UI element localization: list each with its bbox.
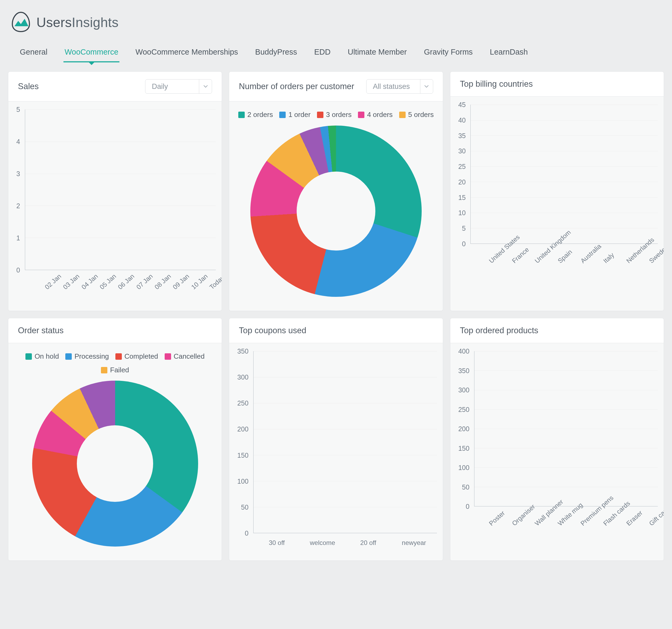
tab-ultimate-member[interactable]: Ultimate Member: [347, 45, 408, 63]
select-value: All statuses: [366, 79, 420, 93]
tab-woocommerce[interactable]: WooCommerce: [64, 45, 119, 63]
card-order-status: Order status On holdProcessingCompletedC…: [8, 318, 222, 561]
legend-item: 2 orders: [238, 111, 273, 119]
card-title: Top coupons used: [239, 326, 306, 335]
card-orders-per-customer: Number of orders per customer All status…: [229, 71, 443, 311]
chart-legend: On holdProcessingCompletedCancelledFaile…: [13, 348, 217, 378]
card-body: 54321002 Jan03 Jan04 Jan05 Jan06 Jan07 J…: [8, 101, 222, 311]
card-header: Top billing countries: [450, 72, 664, 97]
legend-label: Processing: [74, 352, 109, 361]
tab-learndash[interactable]: LearnDash: [489, 45, 529, 63]
card-billing-countries: Top billing countries 454035302520151050…: [450, 71, 664, 311]
legend-label: 2 orders: [247, 111, 273, 119]
legend-item: Failed: [101, 366, 129, 374]
logo-text-b: Insights: [72, 15, 119, 30]
products-bar-chart: 400350300250200150100500PosterOrganiserW…: [455, 348, 659, 536]
dashboard-grid: Sales Daily 54321002 Jan03 Jan04 Jan05 J…: [8, 71, 664, 561]
card-sales: Sales Daily 54321002 Jan03 Jan04 Jan05 J…: [8, 71, 222, 311]
card-header: Top ordered products: [450, 318, 664, 343]
card-title: Order status: [18, 326, 64, 335]
legend-swatch: [317, 112, 323, 118]
legend-swatch: [115, 353, 122, 360]
legend-swatch: [238, 112, 245, 118]
chevron-down-icon: [199, 79, 212, 93]
legend-item: Processing: [65, 352, 109, 361]
legend-label: Cancelled: [174, 352, 205, 361]
legend-swatch: [399, 112, 406, 118]
legend-swatch: [65, 353, 72, 360]
tab-woocommerce-memberships[interactable]: WooCommerce Memberships: [135, 45, 239, 63]
legend-swatch: [358, 112, 364, 118]
donut: [32, 381, 198, 547]
card-body: 454035302520151050United StatesFranceUni…: [450, 97, 664, 311]
logo-icon: [10, 11, 32, 34]
coupons-bar-chart: 35030025020015010050030 offwelcome20 off…: [234, 348, 438, 547]
card-title: Top billing countries: [460, 79, 533, 89]
card-title: Sales: [18, 82, 39, 91]
legend-item: Completed: [115, 352, 158, 361]
card-body: On holdProcessingCompletedCancelledFaile…: [8, 343, 222, 560]
legend-label: Failed: [110, 366, 129, 374]
card-header: Top coupons used: [229, 318, 442, 343]
legend-item: 1 order: [279, 111, 310, 119]
chevron-down-icon: [420, 79, 433, 93]
legend-item: 4 orders: [358, 111, 392, 119]
legend-label: Completed: [124, 352, 158, 361]
card-body: 35030025020015010050030 offwelcome20 off…: [229, 343, 442, 560]
card-header: Sales Daily: [8, 72, 222, 101]
sales-bar-chart: 54321002 Jan03 Jan04 Jan05 Jan06 Jan07 J…: [13, 106, 217, 299]
billing-bar-chart: 454035302520151050United StatesFranceUni…: [455, 101, 659, 273]
legend-item: 3 orders: [317, 111, 352, 119]
sales-range-select[interactable]: Daily: [145, 79, 212, 94]
orders-donut-chart: [250, 125, 422, 297]
logo-text-a: Users: [37, 15, 72, 30]
tab-general[interactable]: General: [19, 45, 48, 63]
legend-swatch: [165, 353, 171, 360]
donut: [250, 125, 422, 297]
tab-edd[interactable]: EDD: [313, 45, 332, 63]
legend-swatch: [101, 367, 107, 373]
card-header: Order status: [8, 318, 222, 343]
logo-text: UsersInsights: [37, 15, 119, 30]
legend-label: 5 orders: [408, 111, 434, 119]
brand-logo: UsersInsights: [8, 8, 664, 45]
legend-item: Cancelled: [165, 352, 205, 361]
tab-buddypress[interactable]: BuddyPress: [254, 45, 298, 63]
chart-legend: 2 orders1 order3 orders4 orders5 orders: [234, 106, 438, 123]
legend-swatch: [279, 112, 286, 118]
card-title: Top ordered products: [460, 326, 538, 335]
card-header: Number of orders per customer All status…: [229, 72, 442, 101]
legend-label: 1 order: [288, 111, 310, 119]
legend-item: 5 orders: [399, 111, 434, 119]
status-donut-chart: [32, 381, 198, 547]
legend-item: On hold: [25, 352, 59, 361]
tab-gravity-forms[interactable]: Gravity Forms: [423, 45, 474, 63]
orders-status-select[interactable]: All statuses: [366, 79, 433, 94]
legend-label: 4 orders: [367, 111, 392, 119]
legend-swatch: [25, 353, 32, 360]
card-top-coupons: Top coupons used 35030025020015010050030…: [229, 318, 443, 561]
select-value: Daily: [145, 79, 199, 93]
card-top-products: Top ordered products 4003503002502001501…: [450, 318, 664, 561]
legend-label: On hold: [34, 352, 59, 361]
module-tabs: GeneralWooCommerceWooCommerce Membership…: [8, 45, 664, 63]
card-body: 400350300250200150100500PosterOrganiserW…: [450, 343, 664, 560]
card-body: 2 orders1 order3 orders4 orders5 orders: [229, 101, 442, 311]
card-title: Number of orders per customer: [239, 82, 354, 91]
legend-label: 3 orders: [326, 111, 352, 119]
